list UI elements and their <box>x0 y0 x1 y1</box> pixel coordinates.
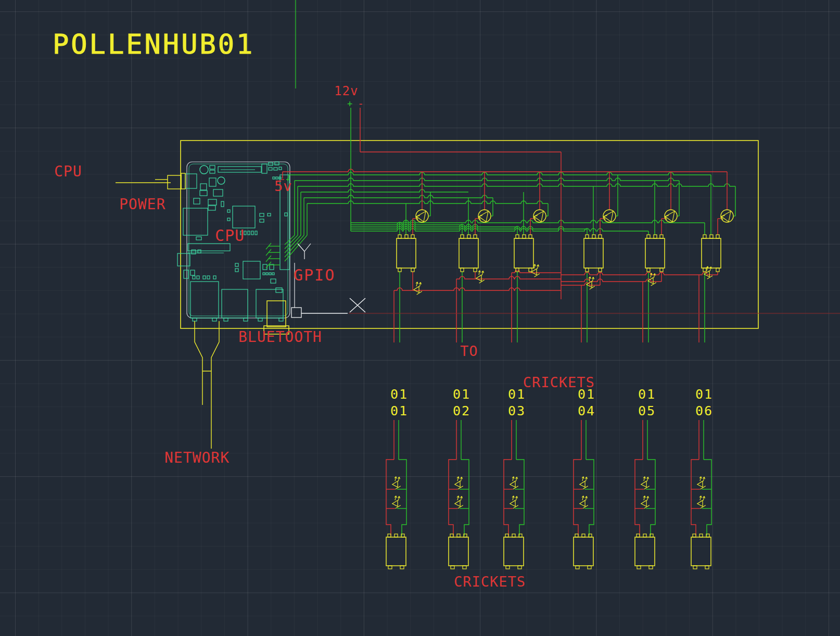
led-icon <box>390 494 404 508</box>
led-icon <box>529 263 543 277</box>
pump-icon <box>478 210 491 222</box>
pump-icon <box>665 210 677 222</box>
led-icon <box>639 494 653 508</box>
led-icon <box>507 494 521 508</box>
led-icon <box>474 269 488 283</box>
led-icon <box>507 475 521 489</box>
crosshair-x-icon <box>350 298 365 312</box>
crosshair-cursor <box>291 0 840 317</box>
pump-icon <box>721 210 733 222</box>
red-wires <box>283 108 727 536</box>
cad-viewport[interactable]: POLLENHUB01 CPU POWER CPU 5v 12v + - GPI… <box>0 0 840 636</box>
cpu-board <box>116 162 290 449</box>
pump-icon <box>603 210 616 222</box>
led-icon <box>645 272 659 286</box>
pump-icon <box>416 210 428 222</box>
led-icon <box>577 475 591 489</box>
led-icon <box>695 494 709 508</box>
led-icon <box>411 281 425 295</box>
led-icon <box>390 475 404 489</box>
selection-box <box>291 308 301 317</box>
led-icon <box>639 475 653 489</box>
led-icon <box>695 475 709 489</box>
led-icon <box>452 494 466 508</box>
led-icon <box>577 494 591 508</box>
led-icon <box>702 265 716 279</box>
led-icon <box>584 275 598 289</box>
cricket-modules <box>386 475 711 569</box>
led-icon <box>452 475 466 489</box>
pump-icon <box>533 210 546 222</box>
cad-drawing-canvas[interactable] <box>0 0 840 636</box>
